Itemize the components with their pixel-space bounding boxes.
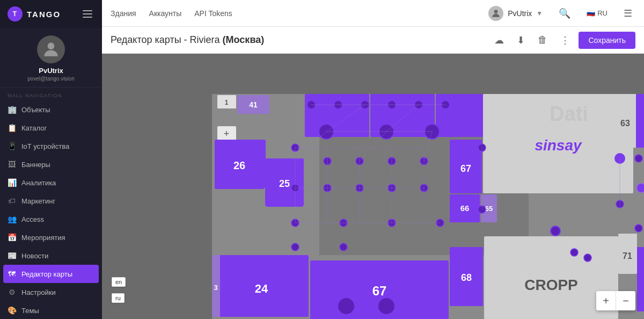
page-title: Редактор карты - Riviera (Москва) bbox=[111, 34, 264, 46]
search-button[interactable]: 🔍 bbox=[555, 5, 574, 21]
sidebar-header: T TANGO bbox=[0, 0, 102, 28]
topbar-username: PvUtrix bbox=[508, 9, 532, 18]
page-title-prefix: Редактор карты bbox=[111, 34, 181, 45]
logo-icon: T bbox=[8, 6, 23, 21]
svg-text:68: 68 bbox=[461, 272, 472, 283]
sidebar-item-label-map-editor: Редактор карты bbox=[21, 270, 72, 278]
svg-text:71: 71 bbox=[623, 251, 632, 260]
user-email: povel@tango.vision bbox=[27, 76, 74, 82]
sidebar-item-settings[interactable]: ⚙ Настройки bbox=[0, 283, 102, 301]
main-content: Здания Аккаунты API Tokens PvUtrix ▼ 🔍 🇷… bbox=[102, 0, 644, 319]
topbar-avatar bbox=[488, 6, 503, 21]
svg-text:24: 24 bbox=[255, 282, 268, 295]
svg-text:1: 1 bbox=[225, 99, 229, 106]
nav-menu: 🏢 Объекты 📋 Каталог 📱 IoT устройства 🖼 Б… bbox=[0, 100, 102, 319]
sidebar-item-label-events: Мероприятия bbox=[21, 234, 65, 242]
svg-text:67: 67 bbox=[460, 163, 471, 174]
sidebar-item-objects[interactable]: 🏢 Объекты bbox=[0, 100, 102, 119]
sidebar-item-themes[interactable]: 🎨 Темы bbox=[0, 301, 102, 319]
topbar: Здания Аккаунты API Tokens PvUtrix ▼ 🔍 🇷… bbox=[102, 0, 644, 27]
topbar-user[interactable]: PvUtrix ▼ bbox=[488, 6, 543, 21]
sidebar-item-label-catalog: Каталог bbox=[21, 124, 47, 132]
svg-text:3: 3 bbox=[214, 284, 217, 292]
sidebar-item-map-editor[interactable]: 🗺 Редактор карты bbox=[3, 265, 99, 283]
sidebar-item-label-objects: Объекты bbox=[21, 106, 50, 114]
news-icon: 📰 bbox=[8, 251, 16, 260]
svg-text:65: 65 bbox=[485, 205, 493, 213]
page-header: Редактор карты - Riviera (Москва) ☁ ⬇ 🗑 … bbox=[102, 27, 644, 54]
sidebar-item-catalog[interactable]: 📋 Каталог bbox=[0, 119, 102, 137]
sidebar-item-banners[interactable]: 🖼 Баннеры bbox=[0, 155, 102, 173]
list-icon: ☰ bbox=[624, 8, 632, 19]
svg-point-95 bbox=[636, 183, 644, 193]
sidebar-item-label-settings: Настройки bbox=[21, 288, 56, 296]
flag-icon: 🇷🇺 bbox=[587, 9, 595, 17]
menu-list-button[interactable]: ☰ bbox=[620, 5, 635, 21]
upload-icon: ☁ bbox=[494, 34, 504, 46]
dots-icon: ⋮ bbox=[560, 34, 570, 46]
sidebar-item-access[interactable]: 👥 Access bbox=[0, 210, 102, 228]
svg-rect-46 bbox=[637, 247, 644, 311]
svg-rect-10 bbox=[436, 94, 484, 137]
map-svg: 1 41 + 26 25 24 3 sinsay 67 bbox=[102, 54, 644, 319]
download-icon: ⬇ bbox=[517, 34, 525, 46]
sidebar-item-events[interactable]: 📅 Мероприятия bbox=[0, 228, 102, 247]
upload-button[interactable]: ☁ bbox=[490, 31, 508, 49]
svg-text:63: 63 bbox=[620, 119, 630, 128]
topbar-link-accounts[interactable]: Аккаунты bbox=[149, 7, 182, 20]
sidebar-item-news[interactable]: 📰 Новости bbox=[0, 247, 102, 265]
sidebar-item-marketing[interactable]: 🏷 Маркетинг bbox=[0, 192, 102, 210]
svg-point-93 bbox=[635, 155, 642, 162]
svg-text:CROPP: CROPP bbox=[524, 277, 578, 293]
svg-rect-39 bbox=[636, 94, 644, 148]
sidebar-item-label-banners: Баннеры bbox=[21, 161, 50, 169]
svg-point-84 bbox=[338, 298, 355, 315]
brand-name: TANGO bbox=[27, 10, 61, 19]
language-selector[interactable]: 🇷🇺 RU bbox=[587, 9, 608, 17]
svg-point-88 bbox=[551, 226, 560, 236]
trash-icon: 🗑 bbox=[538, 34, 547, 46]
analytics-icon: 📊 bbox=[8, 178, 16, 187]
page-title-location: (Москва) bbox=[223, 34, 265, 45]
sidebar-item-label-iot: IoT устройства bbox=[21, 142, 69, 150]
chevron-down-icon: ▼ bbox=[536, 10, 543, 17]
sidebar-item-label-analytics: Аналитика bbox=[21, 179, 56, 187]
sidebar-item-iot[interactable]: 📱 IoT устройства bbox=[0, 137, 102, 155]
zoom-out-button[interactable]: − bbox=[616, 291, 635, 310]
events-icon: 📅 bbox=[8, 233, 16, 242]
svg-text:+: + bbox=[224, 128, 230, 139]
sidebar-logo: T TANGO bbox=[8, 6, 61, 21]
sidebar-item-label-marketing: Маркетинг bbox=[21, 197, 55, 205]
lang-badge-ru[interactable]: ru bbox=[112, 293, 125, 303]
banners-icon: 🖼 bbox=[8, 160, 16, 169]
svg-point-90 bbox=[584, 254, 591, 262]
svg-text:26: 26 bbox=[233, 160, 245, 171]
download-button[interactable]: ⬇ bbox=[513, 31, 529, 49]
more-options-button[interactable]: ⋮ bbox=[556, 31, 574, 49]
svg-text:sinsay: sinsay bbox=[535, 137, 582, 154]
save-button[interactable]: Сохранить bbox=[579, 32, 635, 49]
map-container[interactable]: 1 41 + 26 25 24 3 sinsay 67 bbox=[102, 54, 644, 319]
map-editor-icon: 🗺 bbox=[8, 270, 16, 278]
svg-point-89 bbox=[570, 249, 578, 256]
svg-point-83 bbox=[340, 243, 347, 251]
svg-text:66: 66 bbox=[460, 204, 470, 213]
sidebar-item-label-access: Access bbox=[21, 215, 44, 223]
hamburger-button[interactable] bbox=[80, 8, 94, 20]
topbar-link-api[interactable]: API Tokens bbox=[194, 7, 232, 20]
catalog-icon: 📋 bbox=[8, 124, 16, 132]
svg-text:25: 25 bbox=[279, 178, 290, 189]
topbar-link-buildings[interactable]: Здания bbox=[111, 7, 136, 20]
delete-button[interactable]: 🗑 bbox=[533, 31, 552, 49]
sidebar: T TANGO PvUtrix povel@tango.vision MALL … bbox=[0, 0, 102, 319]
username: PvUtrix bbox=[39, 67, 63, 75]
zoom-in-button[interactable]: + bbox=[596, 291, 616, 310]
marketing-icon: 🏷 bbox=[8, 197, 16, 205]
page-title-location-name: Riviera bbox=[190, 34, 220, 45]
objects-icon: 🏢 bbox=[8, 105, 16, 114]
sidebar-item-analytics[interactable]: 📊 Аналитика bbox=[0, 173, 102, 192]
search-icon: 🔍 bbox=[559, 8, 570, 19]
svg-point-94 bbox=[635, 224, 642, 232]
lang-badge-en[interactable]: en bbox=[112, 277, 126, 287]
sidebar-item-label-themes: Темы bbox=[21, 307, 39, 315]
